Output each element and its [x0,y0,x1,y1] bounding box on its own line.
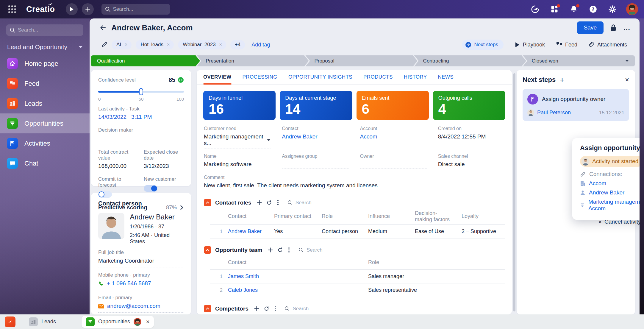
section-search[interactable] [287,200,328,206]
tab-processing[interactable]: PROCESSING [243,70,277,84]
sidebar-item-activities[interactable]: Activities [0,133,90,153]
sidebar-search[interactable] [6,24,83,36]
col-influence[interactable]: Influence [368,211,415,221]
global-search-input[interactable] [113,6,164,12]
contact-link[interactable]: Andrew Baker [282,133,348,142]
contact-link[interactable]: James Smith [228,272,368,281]
comment-field[interactable]: Comment New client, first sale. The clie… [204,175,505,191]
taskbar-tab-leads[interactable]: Leads [26,316,59,328]
app-launcher-icon[interactable] [8,5,16,13]
lock-button[interactable] [610,24,617,31]
section-search[interactable] [285,306,325,312]
section-search-input[interactable] [307,247,339,253]
stage-presentation[interactable]: Presentation [197,55,309,66]
table-row[interactable]: 1 Andrew Baker Yes Contact person Medium… [210,225,505,238]
status-badge[interactable]: Activity not started [580,156,640,167]
tag-remove-icon[interactable]: × [125,42,127,47]
commit-forecast-toggle[interactable] [98,191,112,198]
cancel-activity-button[interactable]: × Cancel activity [598,219,640,225]
section-menu-icon[interactable] [274,306,277,311]
contact-link[interactable]: Andrew Baker [228,227,274,236]
owner-field[interactable]: Owner [360,154,427,170]
col-factors[interactable]: Decision-making factors [415,208,454,224]
decision-maker-field[interactable]: Decision maker [98,127,184,145]
sidebar-item-home[interactable]: Home page [0,54,90,74]
tab-products[interactable]: PRODUCTS [363,70,393,84]
add-record-icon[interactable] [268,247,273,252]
section-menu-icon[interactable] [287,247,290,252]
stage-contracting[interactable]: Contracting [414,55,526,66]
section-search[interactable] [298,247,339,253]
account-link[interactable]: Accom [589,180,606,187]
col-role[interactable]: Role [322,211,368,221]
tab-history[interactable]: HISTORY [404,70,427,84]
back-button[interactable] [99,24,107,31]
col-contact[interactable]: Contact [228,258,368,267]
global-search[interactable] [101,4,170,15]
add-record-icon[interactable] [254,306,259,311]
add-record-icon[interactable] [257,200,262,205]
tab-news[interactable]: NEWS [438,70,454,84]
creatio-taskbar-icon[interactable] [5,316,15,327]
table-row[interactable]: 1 James Smith Sales manager [210,270,505,283]
collapse-section-icon[interactable] [204,199,211,206]
kpi-emails-sent[interactable]: Emails sent 6 [357,91,429,120]
tab-overview[interactable]: OVERVIEW [203,70,232,84]
attachments-button[interactable]: Attachments [589,42,627,48]
more-menu-button[interactable]: … [623,24,631,32]
assignees-group-field[interactable]: Assignees group [282,154,348,170]
new-customer-toggle[interactable] [144,185,157,192]
kpi-outgoing-calls[interactable]: Outgoing calls 4 [433,91,505,120]
user-avatar[interactable] [626,3,638,15]
section-search-input[interactable] [296,200,328,206]
refresh-icon[interactable] [278,247,283,252]
stage-proposal[interactable]: Proposal [305,55,417,66]
quick-add-button[interactable] [82,3,94,15]
stage-closed-won[interactable]: Closed won [523,55,635,66]
contact-field[interactable]: Contact Andrew Baker [282,126,348,149]
add-step-button[interactable]: + [560,76,564,84]
tag-remove-icon[interactable]: × [219,42,222,47]
center-scrollbar[interactable] [513,73,515,311]
kpi-days-at-stage[interactable]: Days at current stage 14 [280,91,352,120]
tag-pill[interactable]: Hot_leads× [136,40,174,49]
feed-button[interactable]: Feed [556,42,577,48]
refresh-icon[interactable] [267,200,272,205]
opportunity-link[interactable]: Marketing management system / Andrew Bak… [588,199,640,212]
kpi-days-in-funnel[interactable]: Days in funnel 16 [203,91,276,120]
tag-pill[interactable]: Webinar_2023× [178,40,226,49]
playbook-button[interactable]: Playbook [515,42,545,48]
help-icon[interactable]: ? [587,4,599,15]
notifications-bell-icon[interactable] [568,4,579,15]
sidebar-item-leads[interactable]: Leads [0,93,90,113]
stage-qualification[interactable]: Qualification [91,55,200,66]
chevron-down-icon[interactable] [267,139,271,141]
tab-opportunity-insights[interactable]: OPPORTUNITY INSIGHTS [288,70,352,84]
account-link[interactable]: Accom [360,133,427,142]
col-contact[interactable]: Contact [228,211,274,221]
email-link[interactable]: andrew@accom.com [107,303,160,309]
workspace-selector[interactable]: Lead and Opportunity [7,43,82,51]
collapse-section-icon[interactable] [204,305,211,312]
close-panel-icon[interactable]: × [625,76,629,83]
close-tab-icon[interactable]: × [146,318,150,325]
refresh-icon[interactable] [264,306,269,311]
sidebar-item-opportunities[interactable]: Opportunities [0,113,90,133]
account-field[interactable]: Account Accom [360,126,427,149]
mobile-phone-link[interactable]: + 1 096 546 5687 [107,280,151,287]
owner-link[interactable]: Paul Peterson [537,110,571,116]
add-tag-button[interactable]: Add tag [251,42,270,48]
sidebar-item-chat[interactable]: Chat [0,153,90,173]
name-field[interactable]: Name Marketing software [204,154,271,170]
confidence-slider[interactable] [98,88,184,95]
sidebar-search-input[interactable] [18,27,74,33]
marketplace-apps-icon[interactable] [549,4,560,15]
next-steps-button[interactable]: Next steps [462,40,504,50]
tags-more-pill[interactable]: +4 [230,40,245,49]
collapse-section-icon[interactable] [204,246,211,254]
taskbar-tab-opportunities[interactable]: Opportunities × [82,316,154,328]
process-run-button[interactable] [66,3,78,15]
contact-link[interactable]: Andrew Baker [589,189,624,196]
settings-gear-icon[interactable] [607,4,618,15]
tags-pencil-icon[interactable] [101,41,107,48]
